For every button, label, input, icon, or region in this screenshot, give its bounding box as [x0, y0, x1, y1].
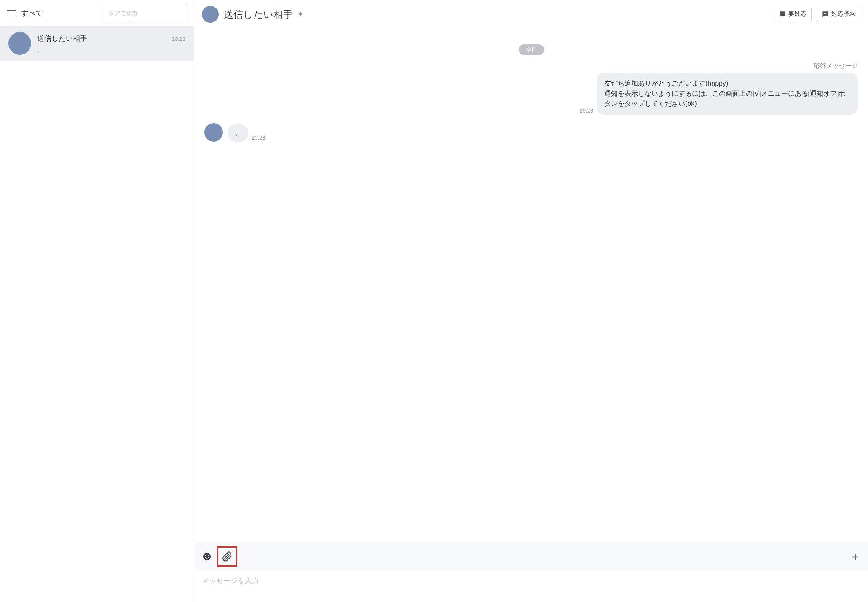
date-pill: 今日 [519, 44, 544, 55]
svg-point-2 [208, 555, 209, 556]
conversation-name: 送信したい相手 [37, 34, 87, 43]
need-response-button[interactable]: 要対応 [774, 8, 812, 21]
emoji-button[interactable] [200, 550, 214, 563]
chat-area[interactable]: 今日 応答メッセージ 20:23 友だち追加ありがとうございます(happy) … [194, 29, 868, 542]
conversation-time: 20:23 [171, 36, 185, 42]
speaker-icon[interactable] [298, 11, 304, 18]
message-input-area [194, 571, 868, 602]
sidebar-header: すべて [0, 0, 194, 26]
main-panel: 送信したい相手 要対応 対応済み 今日 応答メッセージ 20:23 友だち追加あ… [194, 0, 868, 602]
message-time: 20:23 [579, 108, 593, 114]
conversation-preview: 、 [37, 46, 185, 54]
conversation-body: 送信したい相手 20:23 、 [37, 32, 185, 55]
date-separator: 今日 [204, 44, 858, 55]
done-response-label: 対応済み [831, 11, 855, 18]
hamburger-icon[interactable] [7, 10, 16, 16]
message-bubble: 、 [228, 124, 248, 142]
paperclip-icon [222, 551, 233, 562]
message-row-outgoing: 20:23 友だち追加ありがとうございます(happy) 通知を表示しないように… [204, 73, 858, 115]
search-input[interactable] [103, 5, 187, 21]
avatar [202, 6, 219, 23]
chat-title: 送信したい相手 [224, 8, 293, 21]
message-input[interactable] [202, 577, 860, 585]
auto-reply-label: 応答メッセージ [204, 62, 858, 70]
chat-header: 送信したい相手 要対応 対応済み [194, 0, 868, 29]
smile-icon [202, 552, 212, 561]
conversation-item[interactable]: 送信したい相手 20:23 、 [0, 26, 194, 61]
message-row-incoming: 、 20:23 [204, 123, 858, 142]
avatar [204, 123, 223, 142]
plus-icon: ＋ [850, 549, 861, 564]
add-button[interactable]: ＋ [849, 550, 862, 563]
sidebar: すべて 送信したい相手 20:23 、 [0, 0, 194, 602]
chat-icon [779, 11, 786, 18]
chat-check-icon [822, 11, 829, 18]
attachment-button[interactable] [217, 546, 237, 567]
message-time: 20:23 [252, 134, 265, 141]
sidebar-title: すべて [21, 8, 98, 18]
message-bubble: 友だち追加ありがとうございます(happy) 通知を表示しないようにするには、こ… [597, 73, 858, 115]
input-toolbar: ＋ [194, 542, 868, 571]
done-response-button[interactable]: 対応済み [817, 8, 860, 21]
svg-point-1 [205, 555, 206, 556]
avatar [8, 32, 31, 55]
need-response-label: 要対応 [788, 11, 806, 18]
svg-point-0 [203, 553, 211, 560]
